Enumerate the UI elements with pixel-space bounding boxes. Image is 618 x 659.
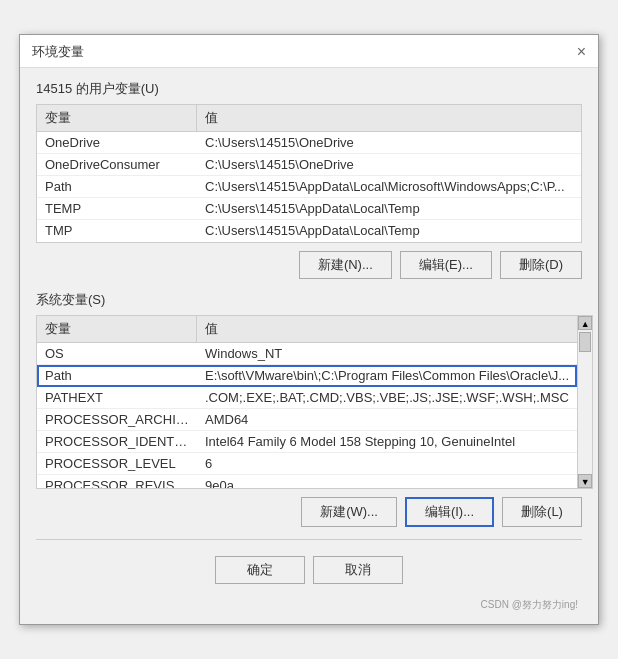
- table-row[interactable]: PATHEXT .COM;.EXE;.BAT;.CMD;.VBS;.VBE;.J…: [37, 387, 577, 409]
- scroll-up-button[interactable]: ▲: [578, 316, 592, 330]
- ok-button[interactable]: 确定: [215, 556, 305, 584]
- sys-var-cell: Path: [37, 365, 197, 386]
- user-var-cell: Path: [37, 176, 197, 197]
- system-variables-table-container: 变量 值 OS Windows_NT Path E:\soft\VMware\b…: [36, 315, 582, 489]
- sys-header-val: 值: [197, 316, 577, 342]
- sys-val-cell: AMD64: [197, 409, 577, 430]
- user-header-var: 变量: [37, 105, 197, 131]
- user-delete-button[interactable]: 删除(D): [500, 251, 582, 279]
- table-row[interactable]: PROCESSOR_ARCHITECT... AMD64: [37, 409, 577, 431]
- scroll-thumb[interactable]: [579, 332, 591, 352]
- user-variables-table: 变量 值 OneDrive C:\Users\14515\OneDrive On…: [36, 104, 582, 243]
- table-row[interactable]: PROCESSOR_IDENTIFIER Intel64 Family 6 Mo…: [37, 431, 577, 453]
- system-section-label: 系统变量(S): [36, 291, 582, 309]
- table-row[interactable]: Path C:\Users\14515\AppData\Local\Micros…: [37, 176, 581, 198]
- table-row-path[interactable]: Path E:\soft\VMware\bin\;C:\Program File…: [37, 365, 577, 387]
- user-val-cell: C:\Users\14515\OneDrive: [197, 154, 581, 175]
- sys-val-cell: .COM;.EXE;.BAT;.CMD;.VBS;.VBE;.JS;.JSE;.…: [197, 387, 577, 408]
- sys-var-cell: PROCESSOR_IDENTIFIER: [37, 431, 197, 452]
- user-var-cell: OneDriveConsumer: [37, 154, 197, 175]
- table-row[interactable]: OneDrive C:\Users\14515\OneDrive: [37, 132, 581, 154]
- table-row[interactable]: OneDriveConsumer C:\Users\14515\OneDrive: [37, 154, 581, 176]
- scroll-down-button[interactable]: ▼: [578, 474, 592, 488]
- scrollbar[interactable]: ▲ ▼: [578, 315, 593, 489]
- sys-var-cell: PATHEXT: [37, 387, 197, 408]
- user-var-cell: OneDrive: [37, 132, 197, 153]
- window-title: 环境变量: [32, 43, 84, 61]
- sys-var-cell: PROCESSOR_LEVEL: [37, 453, 197, 474]
- user-new-button[interactable]: 新建(N)...: [299, 251, 392, 279]
- bottom-buttons-row: 确定 取消: [36, 548, 582, 596]
- sys-header-var: 变量: [37, 316, 197, 342]
- system-variables-table: 变量 值 OS Windows_NT Path E:\soft\VMware\b…: [36, 315, 578, 489]
- user-val-cell: C:\Users\14515\AppData\Local\Microsoft\W…: [197, 176, 581, 197]
- title-bar: 环境变量 ×: [20, 35, 598, 68]
- main-content: 14515 的用户变量(U) 变量 值 OneDrive C:\Users\14…: [20, 68, 598, 624]
- user-edit-button[interactable]: 编辑(E)...: [400, 251, 492, 279]
- sys-var-cell: PROCESSOR_REVISION: [37, 475, 197, 488]
- user-header-val: 值: [197, 105, 581, 131]
- user-table-header: 变量 值: [37, 105, 581, 132]
- sys-val-cell: Intel64 Family 6 Model 158 Stepping 10, …: [197, 431, 577, 452]
- cancel-button[interactable]: 取消: [313, 556, 403, 584]
- table-row[interactable]: TMP C:\Users\14515\AppData\Local\Temp: [37, 220, 581, 242]
- table-row[interactable]: TEMP C:\Users\14515\AppData\Local\Temp: [37, 198, 581, 220]
- user-buttons-row: 新建(N)... 编辑(E)... 删除(D): [36, 251, 582, 279]
- close-button[interactable]: ×: [577, 44, 586, 60]
- user-val-cell: C:\Users\14515\OneDrive: [197, 132, 581, 153]
- user-section-label: 14515 的用户变量(U): [36, 80, 582, 98]
- sys-buttons-row: 新建(W)... 编辑(I)... 删除(L): [36, 497, 582, 527]
- sys-edit-button[interactable]: 编辑(I)...: [405, 497, 494, 527]
- environment-variables-window: 环境变量 × 14515 的用户变量(U) 变量 值 OneDrive C:\U…: [19, 34, 599, 625]
- sys-table-header: 变量 值: [37, 316, 577, 343]
- sys-new-button[interactable]: 新建(W)...: [301, 497, 397, 527]
- user-val-cell: C:\Users\14515\AppData\Local\Temp: [197, 198, 581, 219]
- user-var-cell: TEMP: [37, 198, 197, 219]
- divider: [36, 539, 582, 540]
- sys-delete-button[interactable]: 删除(L): [502, 497, 582, 527]
- sys-var-cell: OS: [37, 343, 197, 364]
- table-row[interactable]: PROCESSOR_LEVEL 6: [37, 453, 577, 475]
- sys-val-cell: 6: [197, 453, 577, 474]
- table-row[interactable]: OS Windows_NT: [37, 343, 577, 365]
- sys-val-cell: Windows_NT: [197, 343, 577, 364]
- user-table-body: OneDrive C:\Users\14515\OneDrive OneDriv…: [37, 132, 581, 242]
- watermark: CSDN @努力努力ing!: [36, 596, 582, 612]
- user-variables-table-container: 变量 值 OneDrive C:\Users\14515\OneDrive On…: [36, 104, 582, 243]
- sys-var-cell: PROCESSOR_ARCHITECT...: [37, 409, 197, 430]
- sys-val-cell: E:\soft\VMware\bin\;C:\Program Files\Com…: [197, 365, 577, 386]
- user-var-cell: TMP: [37, 220, 197, 242]
- user-val-cell: C:\Users\14515\AppData\Local\Temp: [197, 220, 581, 242]
- sys-table-body: OS Windows_NT Path E:\soft\VMware\bin\;C…: [37, 343, 577, 488]
- sys-val-cell: 9e0a: [197, 475, 577, 488]
- table-row[interactable]: PROCESSOR_REVISION 9e0a: [37, 475, 577, 488]
